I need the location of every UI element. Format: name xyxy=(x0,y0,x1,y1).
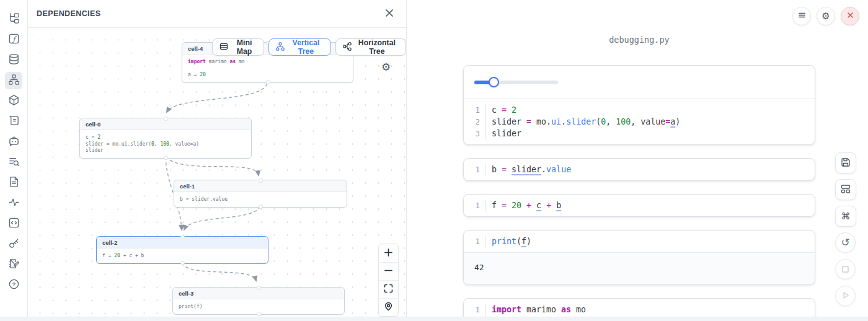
notebook-side-tools: ⌘ ↺ xyxy=(835,152,856,312)
notebook-settings-button[interactable]: ⚙ xyxy=(817,7,835,25)
horizontal-tree-label: Horizontal Tree xyxy=(355,38,399,56)
slider-handle[interactable] xyxy=(489,77,499,87)
fit-view-button[interactable] xyxy=(379,280,398,298)
code-editor[interactable]: 123c = 2slider = mo.ui.slider(0, 100, va… xyxy=(464,99,815,144)
save-button[interactable] xyxy=(835,152,856,174)
dependencies-panel: DEPENDENCIES cell-4import marimo as moa … xyxy=(28,0,407,321)
sidebar-item-snippets[interactable] xyxy=(5,215,22,232)
graph-node-code: print(f) xyxy=(173,299,344,314)
layout-button[interactable] xyxy=(835,179,856,200)
chat-bot-icon xyxy=(8,135,20,149)
dependency-graph-canvas[interactable]: cell-4import marimo as moa = 20cell-0c =… xyxy=(28,28,406,321)
horizontal-scrollbar[interactable] xyxy=(0,317,868,321)
package-icon xyxy=(8,94,20,108)
sidebar-item-file-explorer[interactable] xyxy=(5,11,22,28)
close-panel-button[interactable] xyxy=(385,9,394,19)
dependency-graph-icon xyxy=(8,74,20,87)
scroll-icon xyxy=(8,115,20,128)
notebook-cell-print-cell[interactable]: 1print(f)42 xyxy=(463,230,815,285)
horizontal-tree-icon xyxy=(343,42,352,53)
vertical-tree-label: Vertical Tree xyxy=(288,38,324,56)
helper-panel-rail: ƒ ? xyxy=(0,0,28,321)
sidebar-item-ai-chat[interactable] xyxy=(5,133,22,151)
code-editor[interactable]: 1b = slider.value xyxy=(464,159,815,180)
sidebar-item-tracing[interactable] xyxy=(5,195,22,212)
shutdown-button[interactable] xyxy=(841,7,859,25)
mini-map-button[interactable]: Mini Map xyxy=(212,38,264,56)
code-lines: f = 20 + c + b xyxy=(485,200,815,211)
notebook-panel: ⚙ debugging.py 123c = 2slider = mo.ui.sl… xyxy=(407,0,868,321)
dependencies-panel-header: DEPENDENCIES xyxy=(28,0,406,28)
sidebar-item-notebook-outline[interactable] xyxy=(5,256,22,273)
sidebar-item-documentation[interactable] xyxy=(5,174,22,191)
list-search-icon xyxy=(8,156,20,169)
code-box-icon xyxy=(8,217,20,231)
sidebar-item-dependency-graph[interactable] xyxy=(5,72,22,89)
zoom-out-button[interactable] xyxy=(379,262,398,280)
sidebar-item-help[interactable]: ? xyxy=(5,276,22,294)
code-editor[interactable]: 1f = 20 + c + b xyxy=(464,195,815,216)
sidebar-item-scratchpad[interactable] xyxy=(5,113,22,130)
graph-node-title: cell-3 xyxy=(173,288,344,299)
graph-node-cell-1[interactable]: cell-1b = slider.value xyxy=(174,180,347,208)
graph-node-title: cell-1 xyxy=(174,180,347,192)
center-selected-button[interactable] xyxy=(379,298,398,316)
stop-icon xyxy=(842,266,849,273)
sidebar-item-packages[interactable] xyxy=(5,92,22,110)
horizontal-tree-button[interactable]: Horizontal Tree xyxy=(335,38,406,56)
graph-node-code: f = 20 + c + b xyxy=(97,248,268,263)
vertical-tree-button[interactable]: Vertical Tree xyxy=(268,38,331,56)
minus-icon xyxy=(384,266,393,277)
graph-settings-button[interactable]: ⚙ xyxy=(381,62,391,73)
line-numbers: 1 xyxy=(464,164,485,175)
menu-icon xyxy=(798,11,806,21)
command-icon: ⌘ xyxy=(841,212,851,221)
dependencies-panel-title: DEPENDENCIES xyxy=(37,9,100,18)
svg-text:?: ? xyxy=(12,281,16,288)
notebook-cell-slider-cell[interactable]: 123c = 2slider = mo.ui.slider(0, 100, va… xyxy=(463,65,815,145)
file-text-icon xyxy=(8,176,20,190)
slider-track xyxy=(474,81,558,84)
undo-button[interactable]: ↺ xyxy=(835,232,856,253)
notebook-cells: 123c = 2slider = mo.ui.slider(0, 100, va… xyxy=(463,65,815,321)
plus-icon xyxy=(384,248,393,259)
zoom-in-button[interactable] xyxy=(379,244,398,262)
sidebar-item-variables[interactable]: ƒ xyxy=(5,31,22,48)
cell-output: 42 xyxy=(464,252,815,284)
interrupt-button[interactable] xyxy=(835,259,856,279)
svg-text:ƒ: ƒ xyxy=(11,35,17,43)
line-numbers: 1 xyxy=(464,235,485,247)
sidebar-item-secrets[interactable] xyxy=(5,235,22,253)
notebook-actions: ⚙ xyxy=(792,7,859,25)
notebook-cell-f-cell[interactable]: 1f = 20 + c + b xyxy=(463,194,815,217)
app-root: ƒ ? DEPENDENCIES cell xyxy=(0,0,868,321)
graph-zoom-controls xyxy=(378,244,399,317)
activity-icon xyxy=(8,196,20,210)
close-x-icon xyxy=(846,11,854,21)
layout-icon xyxy=(841,184,851,196)
run-button[interactable] xyxy=(835,286,856,306)
ui-slider[interactable] xyxy=(474,77,558,87)
graph-edge-cell-1-to-cell-2 xyxy=(184,206,260,230)
save-icon xyxy=(841,157,851,169)
line-numbers: 1 xyxy=(464,200,485,211)
graph-node-title: cell-2 xyxy=(97,237,268,248)
notebook-menu-button[interactable] xyxy=(792,7,811,25)
sidebar-item-datasources[interactable] xyxy=(5,51,22,69)
code-editor[interactable]: 1print(f) xyxy=(464,231,815,252)
mini-map-icon xyxy=(219,42,228,53)
sidebar-item-logs[interactable] xyxy=(5,154,22,171)
graph-node-cell-3[interactable]: cell-3print(f) xyxy=(172,287,345,315)
gear-icon: ⚙ xyxy=(381,61,391,73)
notebook-pen-icon xyxy=(8,258,20,271)
keyboard-shortcuts-button[interactable]: ⌘ xyxy=(835,206,856,227)
graph-view-toolbar: Mini Map Vertical Tree Horizontal Tree xyxy=(212,38,406,56)
key-icon xyxy=(8,237,20,251)
play-icon xyxy=(841,291,850,302)
function-icon: ƒ xyxy=(8,33,20,46)
graph-edge-cell-2-to-cell-3 xyxy=(182,263,256,281)
graph-edge-cell-4-to-cell-0 xyxy=(167,84,267,112)
graph-node-cell-0[interactable]: cell-0c = 2slider = mo.ui.slider(0, 100,… xyxy=(79,118,252,159)
graph-node-cell-2[interactable]: cell-2f = 20 + c + b xyxy=(96,236,268,264)
notebook-cell-b-cell[interactable]: 1b = slider.value xyxy=(463,158,815,181)
